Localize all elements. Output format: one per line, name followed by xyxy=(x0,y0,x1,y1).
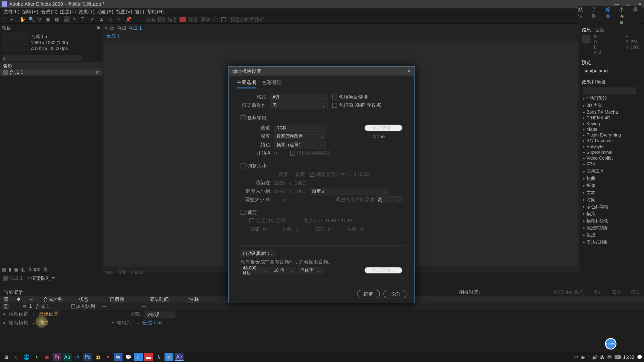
menu-help[interactable]: 帮助(H) xyxy=(146,8,165,15)
bpc-icon[interactable]: ◧ xyxy=(21,266,26,272)
word-icon[interactable]: W xyxy=(114,353,123,361)
app-icon-7[interactable]: ▬ xyxy=(144,353,153,361)
include-link-checkbox[interactable] xyxy=(332,95,337,99)
fx-item[interactable]: 生成 xyxy=(582,232,641,239)
app-icon-1[interactable]: ✦ xyxy=(32,353,41,361)
bpc-label[interactable]: 8 bpc xyxy=(28,266,40,272)
puppet-tool-icon[interactable]: 📌 xyxy=(126,16,132,23)
render-queue-tab[interactable]: × 渲染队列 ≡ xyxy=(27,275,55,281)
ae-taskbar-icon[interactable]: Ae xyxy=(175,353,183,361)
audition-icon[interactable]: Au xyxy=(63,353,72,361)
cortana-icon[interactable]: ○ xyxy=(12,353,21,361)
log-select[interactable]: 仅错误 xyxy=(144,311,175,318)
trash-icon[interactable]: 🗑 xyxy=(43,266,48,272)
hand-tool-icon[interactable]: ✋ xyxy=(19,16,26,23)
first-frame-icon[interactable]: |◀ xyxy=(583,68,587,73)
output-module-dropdown-icon[interactable]: ⌄ xyxy=(32,320,36,326)
tab-main[interactable]: 主要选项 xyxy=(237,79,256,88)
audio-channels-select[interactable]: 立体声 xyxy=(298,267,323,274)
eraser-tool-icon[interactable]: ◇ xyxy=(108,16,114,23)
menu-effect[interactable]: 效果(T) xyxy=(77,8,95,15)
audio-tab[interactable]: 音频 xyxy=(595,26,605,33)
folder-icon[interactable]: ▮ xyxy=(9,266,12,272)
comp-tab-close-icon[interactable]: × xyxy=(104,25,107,30)
fx-item[interactable]: Superluminal xyxy=(582,149,641,155)
fx-item[interactable]: * 动画预设 xyxy=(582,95,641,102)
app-icon-8[interactable]: λ xyxy=(154,353,163,361)
menu-edit[interactable]: 编辑(E) xyxy=(21,8,39,15)
tray-icon-obs[interactable]: ◉ xyxy=(581,355,585,359)
effects-search[interactable] xyxy=(583,87,636,94)
pause-button[interactable]: 暂停 xyxy=(612,289,622,295)
app-icon-3[interactable]: ◔ xyxy=(73,353,82,361)
render-button[interactable]: 渲染 xyxy=(631,289,640,295)
tray-volume-icon[interactable]: 🔊 xyxy=(592,355,597,359)
fx-item[interactable]: Rowbyte xyxy=(582,144,641,149)
fx-item[interactable]: 杂色和颗粒 xyxy=(582,203,641,210)
roto-tool-icon[interactable]: ✧ xyxy=(117,16,123,23)
comp-panel-menu-icon[interactable]: ≡ xyxy=(574,25,577,30)
postrender-select[interactable]: 无 xyxy=(270,102,328,109)
fx-item[interactable]: 模糊和锐化 xyxy=(582,217,641,224)
video-out-checkbox[interactable] xyxy=(240,115,245,120)
app-icon-4[interactable]: ▦ xyxy=(93,353,102,361)
wechat-icon[interactable]: 💬 xyxy=(124,353,133,361)
project-search[interactable] xyxy=(3,55,82,61)
next-frame-icon[interactable]: |▶ xyxy=(599,68,603,73)
premiere-icon[interactable]: Pr xyxy=(53,353,61,361)
depth-select[interactable]: 数百万种颜色 xyxy=(274,133,326,140)
clock[interactable]: 16:32 xyxy=(623,355,634,359)
fx-item[interactable]: 时间 xyxy=(582,196,641,203)
ok-button[interactable]: 确定 xyxy=(357,290,380,298)
fx-item[interactable]: Boris FX Mocha xyxy=(582,109,641,115)
stamp-tool-icon[interactable]: ▲ xyxy=(99,16,105,23)
zoom-tool-icon[interactable]: 🔍 xyxy=(28,16,35,23)
row-comp[interactable]: 合成 1 xyxy=(35,303,71,310)
stroke-swatch[interactable] xyxy=(180,17,186,22)
fx-item[interactable]: Matte xyxy=(582,126,641,132)
menu-view[interactable]: 视图(V) xyxy=(115,8,133,15)
brush-tool-icon[interactable]: ✐ xyxy=(90,16,97,23)
menu-layer[interactable]: 图层(L) xyxy=(59,8,77,15)
fx-item[interactable]: 实用工具 xyxy=(582,168,641,175)
fx-item[interactable]: 抠像 xyxy=(582,182,641,189)
fx-item[interactable]: 声道 xyxy=(582,161,641,168)
app-icon-9[interactable]: ▣ xyxy=(165,353,173,361)
project-tab[interactable]: 项目 xyxy=(2,25,12,30)
pen-tool-icon[interactable]: ✎ xyxy=(72,16,79,23)
effects-tab[interactable]: 效果和预设 xyxy=(582,79,606,85)
prev-frame-icon[interactable]: ◀| xyxy=(589,68,593,73)
fx-item[interactable]: 文本 xyxy=(582,189,641,196)
start-icon[interactable]: ⊞ xyxy=(2,353,11,361)
fx-item[interactable]: Keying xyxy=(582,121,641,126)
play-icon[interactable]: ▶ xyxy=(594,68,597,73)
app-icon-6[interactable]: ▯ xyxy=(134,353,143,361)
row-toggle-icon[interactable] xyxy=(4,303,10,310)
fx-item[interactable]: CINEMA 4D xyxy=(582,115,641,121)
project-column-name[interactable]: 名称 xyxy=(0,62,102,69)
crop-checkbox[interactable] xyxy=(240,210,245,215)
color-select[interactable]: 预乘（遮罩） xyxy=(274,141,326,148)
comp-tab-layer-icon[interactable]: ▦ xyxy=(110,25,114,31)
cancel-button[interactable]: 取消 xyxy=(383,290,406,298)
timeline-tab[interactable]: ▦ 合成 1 xyxy=(3,275,23,281)
fx-item[interactable]: 3D 声道 xyxy=(582,102,641,109)
channel-select[interactable]: RGB xyxy=(274,124,326,131)
rect-tool-icon[interactable]: ▭ xyxy=(64,16,70,23)
notification-icon[interactable]: 💬 xyxy=(637,355,642,359)
format-options-button[interactable]: 格式选项... xyxy=(364,125,403,131)
rotate-tool-icon[interactable]: ↻ xyxy=(37,16,44,23)
home-icon[interactable]: ⌂ xyxy=(2,16,8,23)
menu-animation[interactable]: 动画(A) xyxy=(96,8,114,15)
flowchart-icon[interactable]: ⧉ xyxy=(96,69,99,75)
info-tab[interactable]: 信息 xyxy=(582,26,591,33)
fx-item[interactable]: 扭曲 xyxy=(582,175,641,182)
fx-item[interactable]: 沉浸式视频 xyxy=(582,224,641,232)
fill-swatch[interactable] xyxy=(158,17,165,22)
comp-dropdown-icon[interactable]: ▼ xyxy=(45,35,48,39)
output-to-dropdown-icon[interactable]: ⌄ xyxy=(136,320,140,326)
ps-icon[interactable]: Ps xyxy=(83,353,92,361)
chrome-icon[interactable]: 🌐 xyxy=(22,353,31,361)
ame-queue-button[interactable]: AME 中的队列 xyxy=(553,289,585,295)
bit-depth-select[interactable]: 16 位 xyxy=(271,267,296,274)
